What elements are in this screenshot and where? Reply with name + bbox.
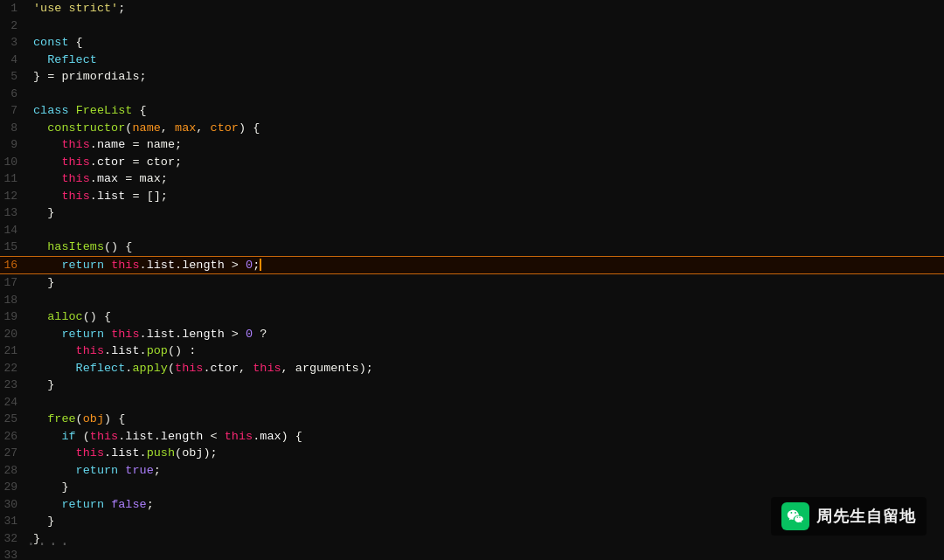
line-number: 18	[0, 292, 26, 309]
line-number: 13	[0, 204, 26, 222]
line-code: alloc() {	[26, 308, 944, 326]
line-number: 10	[0, 154, 26, 171]
line-number: 11	[0, 170, 26, 188]
line-number: 15	[0, 239, 26, 256]
line-code: return this.list.length > 0 ?	[26, 326, 944, 343]
line-number: 5	[0, 68, 26, 86]
code-line-19: 19 alloc() {	[0, 308, 944, 326]
line-number: 24	[0, 394, 26, 411]
line-code	[26, 86, 944, 103]
code-line-20: 20 return this.list.length > 0 ?	[0, 326, 944, 343]
line-number: 6	[0, 86, 26, 103]
line-code: return this.list.length > 0;	[26, 256, 944, 274]
code-line-24: 24	[0, 394, 944, 411]
code-line-6: 6	[0, 86, 944, 103]
line-code: }	[26, 204, 944, 222]
line-number: 26	[0, 428, 26, 446]
code-line-22: 22 Reflect.apply(this.ctor, this, argume…	[0, 360, 944, 377]
line-number: 19	[0, 308, 26, 326]
line-number: 29	[0, 479, 26, 496]
code-editor: 1 'use strict'; 2 3 const { 4 Reflect 5	[0, 0, 944, 560]
line-code: this.max = max;	[26, 170, 944, 188]
line-code: 'use strict';	[26, 0, 944, 17]
code-line-9: 9 this.name = name;	[0, 136, 944, 154]
line-code	[26, 394, 944, 411]
line-number: 12	[0, 188, 26, 205]
line-code: constructor(name, max, ctor) {	[26, 120, 944, 137]
line-code	[26, 292, 944, 309]
line-code: class FreeList {	[26, 102, 944, 120]
line-code	[26, 222, 944, 239]
code-line-29: 29 }	[0, 479, 944, 496]
code-line-23: 23 }	[0, 377, 944, 394]
code-line-12: 12 this.list = [];	[0, 188, 944, 205]
code-line-25: 25 free(obj) {	[0, 411, 944, 428]
line-code: }	[26, 377, 944, 394]
line-number: 27	[0, 445, 26, 462]
code-line-17: 17 }	[0, 274, 944, 292]
line-code: this.ctor = ctor;	[26, 154, 944, 171]
line-code: if (this.list.length < this.max) {	[26, 428, 944, 446]
code-line-3: 3 const {	[0, 34, 944, 52]
code-line-5: 5 } = primordials;	[0, 68, 944, 86]
code-line-27: 27 this.list.push(obj);	[0, 445, 944, 462]
code-line-11: 11 this.max = max;	[0, 170, 944, 188]
code-line-18: 18	[0, 292, 944, 309]
line-number: 33	[0, 547, 26, 560]
line-code	[26, 547, 944, 560]
line-number: 31	[0, 513, 26, 530]
code-line-13: 13 }	[0, 204, 944, 222]
line-number: 14	[0, 222, 26, 239]
line-number: 30	[0, 496, 26, 514]
line-number: 3	[0, 34, 26, 52]
line-number: 20	[0, 326, 26, 343]
line-number: 7	[0, 102, 26, 120]
line-number: 9	[0, 136, 26, 154]
line-code: const {	[26, 34, 944, 52]
line-number: 23	[0, 377, 26, 394]
line-number: 1	[0, 0, 26, 17]
line-code: this.list = [];	[26, 188, 944, 205]
code-line-10: 10 this.ctor = ctor;	[0, 154, 944, 171]
code-line-1: 1 'use strict';	[0, 0, 944, 17]
code-table: 1 'use strict'; 2 3 const { 4 Reflect 5	[0, 0, 944, 560]
code-line-21: 21 this.list.pop() :	[0, 342, 944, 360]
code-line-33: 33	[0, 547, 944, 560]
code-line-7: 7 class FreeList {	[0, 102, 944, 120]
line-code: }	[26, 274, 944, 292]
line-code: }	[26, 479, 944, 496]
code-line-15: 15 hasItems() {	[0, 239, 944, 256]
line-code: this.list.pop() :	[26, 342, 944, 360]
line-number: 8	[0, 120, 26, 137]
wechat-icon	[781, 502, 809, 530]
line-code: Reflect	[26, 52, 944, 69]
line-number: 17	[0, 274, 26, 292]
line-code	[26, 17, 944, 35]
line-code: Reflect.apply(this.ctor, this, arguments…	[26, 360, 944, 377]
line-code: hasItems() {	[26, 239, 944, 256]
code-line-2: 2	[0, 17, 944, 35]
line-number: 32	[0, 530, 26, 548]
watermark-label: 周先生自留地	[816, 506, 916, 527]
bottom-dots: ····	[26, 536, 71, 553]
line-number: 25	[0, 411, 26, 428]
code-line-14: 14	[0, 222, 944, 239]
code-line-26: 26 if (this.list.length < this.max) {	[0, 428, 944, 446]
line-code: this.list.push(obj);	[26, 445, 944, 462]
code-line-16: 16 return this.list.length > 0;	[0, 256, 944, 274]
code-line-4: 4 Reflect	[0, 52, 944, 69]
line-number: 16	[0, 256, 26, 274]
code-line-28: 28 return true;	[0, 462, 944, 480]
line-code: } = primordials;	[26, 68, 944, 86]
line-code: free(obj) {	[26, 411, 944, 428]
line-number: 2	[0, 17, 26, 35]
line-number: 21	[0, 342, 26, 360]
watermark: 周先生自留地	[771, 497, 927, 536]
line-number: 28	[0, 462, 26, 480]
line-code: this.name = name;	[26, 136, 944, 154]
line-code: return true;	[26, 462, 944, 480]
line-number: 4	[0, 52, 26, 69]
line-number: 22	[0, 360, 26, 377]
code-line-8: 8 constructor(name, max, ctor) {	[0, 120, 944, 137]
